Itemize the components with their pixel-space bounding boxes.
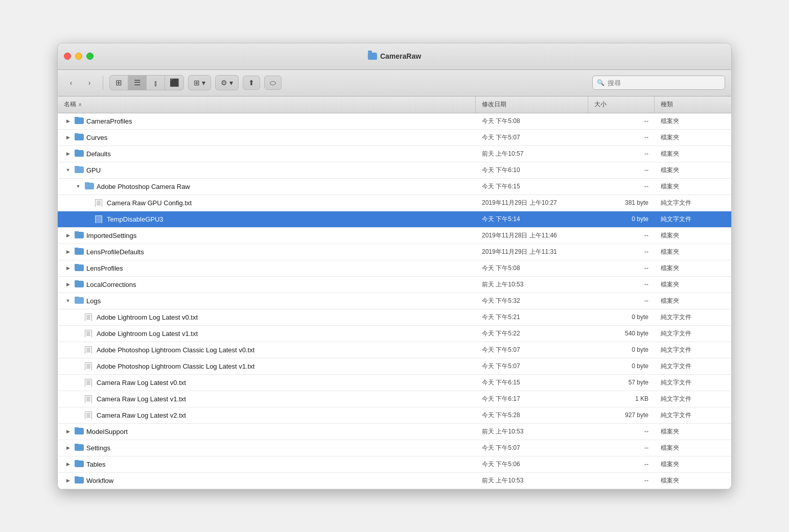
col-header-date[interactable]: 修改日期 <box>476 96 588 113</box>
window-title: CameraRaw <box>380 52 421 60</box>
file-size-label: -- <box>588 166 655 174</box>
file-type-label: 檔案夾 <box>655 133 731 142</box>
list-item[interactable]: ▶Defaults前天 上午10:57--檔案夾 <box>58 146 731 162</box>
list-item[interactable]: Camera Raw GPU Config.txt2019年11月29日 上午1… <box>58 195 731 211</box>
back-button[interactable]: ‹ <box>64 77 78 88</box>
list-item[interactable]: ▶ModelSupport前天 上午10:53--檔案夾 <box>58 424 731 440</box>
group-button[interactable]: ⊞ ▾ <box>189 76 211 90</box>
list-item[interactable]: Camera Raw Log Latest v0.txt今天 下午6:1557 … <box>58 375 731 391</box>
icon-view-button[interactable]: ⊞ <box>110 76 128 90</box>
disclosure-collapsed-icon[interactable]: ▶ <box>64 248 72 256</box>
file-date-label: 今天 下午5:06 <box>476 460 588 469</box>
forward-button[interactable]: › <box>82 77 97 88</box>
file-type-label: 檔案夾 <box>655 248 731 256</box>
disclosure-collapsed-icon[interactable]: ▶ <box>64 117 72 125</box>
file-date-label: 今天 下午6:17 <box>476 395 588 403</box>
file-date-label: 今天 下午5:07 <box>476 444 588 452</box>
maximize-button[interactable] <box>86 53 94 60</box>
list-item[interactable]: Adobe Photoshop Lightroom Classic Log La… <box>58 342 731 358</box>
file-date-label: 前天 上午10:53 <box>476 427 588 436</box>
file-type-label: 純文字文件 <box>655 329 731 338</box>
file-size-label: -- <box>588 150 655 157</box>
file-name-label: LensProfileDefaults <box>86 248 144 256</box>
disclosure-collapsed-icon[interactable]: ▶ <box>64 444 72 452</box>
disclosure-collapsed-icon[interactable]: ▶ <box>64 476 72 485</box>
disclosure-collapsed-icon[interactable]: ▶ <box>64 264 72 272</box>
disclosure-collapsed-icon[interactable]: ▶ <box>64 150 72 158</box>
list-item[interactable]: ▶LensProfiles今天 下午5:08--檔案夾 <box>58 260 731 277</box>
file-size-label: 0 byte <box>588 362 655 370</box>
disclosure-collapsed-icon[interactable]: ▶ <box>64 133 72 141</box>
list-item[interactable]: ▶Tables今天 下午5:06--檔案夾 <box>58 456 731 473</box>
folder-icon <box>75 461 84 468</box>
disclosure-expanded-icon[interactable]: ▼ <box>64 297 72 305</box>
file-type-label: 純文字文件 <box>655 199 731 207</box>
list-item[interactable]: ▶ImportedSettings2019年11月28日 上午11:46--檔案… <box>58 228 731 244</box>
search-input[interactable] <box>608 79 721 87</box>
file-type-label: 檔案夾 <box>655 460 731 469</box>
file-date-label: 前天 上午10:53 <box>476 476 588 485</box>
txt-file-icon <box>95 199 104 206</box>
folder-icon <box>75 264 84 272</box>
share-button[interactable]: ⬆ <box>243 76 260 90</box>
list-item[interactable]: Adobe Lightroom Log Latest v1.txt今天 下午5:… <box>58 326 731 342</box>
gear-icon: ⚙ <box>221 79 227 87</box>
col-header-name[interactable]: 名稱 ∧ <box>58 96 476 113</box>
close-button[interactable] <box>64 53 71 60</box>
file-type-label: 純文字文件 <box>655 362 731 371</box>
list-view-button[interactable]: ☰ <box>128 76 147 90</box>
file-date-label: 今天 下午5:08 <box>476 117 588 126</box>
disclosure-expanded-icon[interactable]: ▼ <box>64 166 72 174</box>
minimize-button[interactable] <box>75 53 82 60</box>
folder-icon <box>75 117 84 125</box>
col-header-type[interactable]: 種類 <box>655 96 731 113</box>
disclosure-collapsed-icon[interactable]: ▶ <box>64 280 72 288</box>
disclosure-collapsed-icon[interactable]: ▶ <box>64 231 72 239</box>
folder-icon <box>75 248 84 255</box>
list-item[interactable]: ▼Logs今天 下午5:32--檔案夾 <box>58 293 731 309</box>
file-date-label: 今天 下午5:07 <box>476 346 588 354</box>
file-size-label: -- <box>588 477 655 484</box>
action-button[interactable]: ⚙ ▾ <box>216 76 238 90</box>
file-type-label: 檔案夾 <box>655 280 731 289</box>
view-mode-group: ⊞ ☰ ⫿ ⬛ <box>109 75 184 90</box>
file-date-label: 2019年11月28日 上午11:46 <box>476 231 588 240</box>
list-item[interactable]: Adobe Photoshop Lightroom Classic Log La… <box>58 358 731 375</box>
file-date-label: 今天 下午6:15 <box>476 182 588 191</box>
gallery-view-button[interactable]: ⬛ <box>165 76 183 90</box>
list-item[interactable]: TempDisableGPU3今天 下午5:140 byte純文字文件 <box>58 211 731 228</box>
list-item[interactable]: ▶Workflow前天 上午10:53--檔案夾 <box>58 473 731 489</box>
file-size-label: 57 byte <box>588 379 655 386</box>
list-item[interactable]: Camera Raw Log Latest v2.txt今天 下午5:28927… <box>58 407 731 424</box>
list-item[interactable]: Camera Raw Log Latest v1.txt今天 下午6:171 K… <box>58 391 731 407</box>
file-size-label: -- <box>588 134 655 141</box>
disclosure-collapsed-icon[interactable]: ▶ <box>64 427 72 436</box>
list-item[interactable]: ▶Settings今天 下午5:07--檔案夾 <box>58 440 731 456</box>
list-item[interactable]: ▶LocalCorrections前天 上午10:53--檔案夾 <box>58 277 731 293</box>
disclosure-expanded-icon[interactable]: ▼ <box>74 182 82 190</box>
folder-icon <box>75 150 84 157</box>
file-date-label: 今天 下午5:08 <box>476 264 588 273</box>
file-type-label: 檔案夾 <box>655 427 731 436</box>
file-type-label: 檔案夾 <box>655 476 731 485</box>
list-item[interactable]: ▶Curves今天 下午5:07--檔案夾 <box>58 130 731 146</box>
search-box[interactable]: 🔍 <box>592 76 725 90</box>
list-item[interactable]: ▶LensProfileDefaults2019年11月29日 上午11:31-… <box>58 244 731 260</box>
column-view-button[interactable]: ⫿ <box>147 76 165 90</box>
list-item[interactable]: ▼Adobe Photoshop Camera Raw今天 下午6:15--檔案… <box>58 179 731 195</box>
disclosure-collapsed-icon[interactable]: ▶ <box>64 460 72 468</box>
file-type-label: 純文字文件 <box>655 346 731 354</box>
list-item[interactable]: Adobe Lightroom Log Latest v0.txt今天 下午5:… <box>58 309 731 326</box>
list-item[interactable]: ▼GPU今天 下午6:10--檔案夾 <box>58 162 731 179</box>
file-size-label: 927 byte <box>588 412 655 419</box>
group-sort-group: ⊞ ▾ <box>188 75 211 90</box>
file-name-label: Logs <box>86 297 101 305</box>
col-header-size[interactable]: 大小 <box>588 96 655 113</box>
file-size-label: 0 byte <box>588 346 655 353</box>
file-size-label: -- <box>588 461 655 468</box>
folder-icon <box>75 281 84 288</box>
columns-icon: ⫿ <box>154 79 158 87</box>
file-date-label: 2019年11月29日 上午10:27 <box>476 199 588 207</box>
tag-button[interactable]: ⬭ <box>264 76 282 90</box>
list-item[interactable]: ▶CameraProfiles今天 下午5:08--檔案夾 <box>58 113 731 130</box>
